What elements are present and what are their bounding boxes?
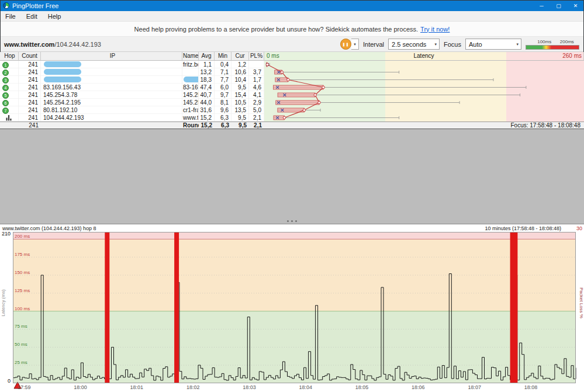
- close-button[interactable]: ✕: [567, 0, 584, 11]
- col-header-pl: PL%: [249, 52, 264, 61]
- redaction-blob: [44, 69, 81, 75]
- packet-loss-cell: 2,9: [249, 99, 264, 106]
- x-tick: 18:06: [412, 384, 425, 390]
- menu-item-edit[interactable]: Edit: [21, 12, 43, 20]
- min-cell: 8,1: [215, 99, 231, 106]
- ip-cell: 104.244.42.193: [41, 114, 182, 122]
- timeline-range[interactable]: 10 minutes (17:58:48 - 18:08:48): [485, 226, 561, 231]
- workspace-empty-area: [0, 129, 584, 224]
- col-header-min: Min: [215, 52, 231, 61]
- ip-cell: [41, 76, 182, 84]
- promo-text: Need help proving problems to a service …: [134, 26, 418, 33]
- splitter-handle[interactable]: [0, 218, 584, 224]
- hop-number-badge: 2: [2, 70, 9, 76]
- latency-scale-legend: 100ms 200ms: [526, 39, 579, 50]
- menu-item-help[interactable]: Help: [43, 12, 67, 20]
- ip-cell: 83.169.156.43: [41, 84, 182, 91]
- avg-cell: 40,7: [199, 91, 215, 99]
- avg-cell: 18,3: [199, 76, 215, 84]
- ip-cell: 145.254.2.195: [41, 99, 182, 106]
- table-row[interactable]: 7 241 80.81.192.10 cr1-fra 31,6 9,6 13,5…: [0, 106, 584, 114]
- cur-cell: 1,2: [231, 61, 249, 68]
- svg-text:175 ms: 175 ms: [15, 252, 30, 257]
- col-header-ip: IP: [41, 52, 182, 61]
- min-cell: 6,0: [215, 84, 231, 91]
- promo-link[interactable]: Try it now!: [420, 26, 450, 33]
- svg-text:50 ms: 50 ms: [15, 342, 27, 347]
- table-row[interactable]: 6 241 145.254.2.195 145.254.2.195 44,0 8…: [0, 99, 584, 106]
- hop-cell: 7: [0, 106, 19, 114]
- packet-loss-bar: [174, 232, 179, 383]
- table-row[interactable]: 5 241 145.254.3.78 145.254.3.78 40,7 9,7…: [0, 91, 584, 99]
- hop-number-badge: 5: [2, 92, 9, 99]
- min-cell: 7,1: [215, 68, 231, 76]
- summary-cur: 9,5: [231, 122, 249, 129]
- ip-cell: 145.254.3.78: [41, 91, 182, 99]
- table-row[interactable]: 1 241 fritz.box 1,1 0,4 1,2: [0, 61, 584, 68]
- svg-text:75 ms: 75 ms: [15, 324, 27, 329]
- count-cell: 241: [19, 114, 41, 122]
- interval-select[interactable]: 2.5 seconds ▾: [388, 39, 440, 50]
- summary-row: 241 Round 15,2 6,3 9,5 2,1 Focus: 17:58:…: [0, 122, 584, 129]
- cur-cell: 10,5: [231, 99, 249, 106]
- packet-loss-cell: [249, 61, 264, 68]
- chevron-down-icon: ▾: [354, 42, 356, 47]
- avg-cell: 44,0: [199, 99, 215, 106]
- timeline-panel: www.twitter.com (104.244.42.193) hop 8 1…: [0, 224, 584, 392]
- x-tick: 18:08: [524, 384, 538, 390]
- latency-cell: [264, 106, 584, 114]
- maximize-button[interactable]: ▢: [550, 0, 567, 11]
- latency-cell: [264, 68, 584, 76]
- app-window: PingPlotter Free ─ ▢ ✕ File Edit Help Ne…: [0, 0, 584, 392]
- interval-label: Interval: [363, 41, 384, 48]
- splitter-dot: [287, 220, 289, 222]
- legend-label-200ms: 200ms: [560, 39, 574, 44]
- hop-number-badge: 1: [2, 62, 9, 68]
- splitter-dot: [291, 220, 293, 222]
- count-cell: 241: [19, 76, 41, 84]
- x-tick: 18:00: [74, 384, 87, 390]
- x-tick: 17:59: [18, 384, 31, 390]
- menu-item-file[interactable]: File: [0, 12, 21, 20]
- latency-cell: [264, 61, 584, 68]
- zone-over-200ms: [13, 232, 576, 239]
- cur-cell: 10,6: [231, 68, 249, 76]
- min-cell: 9,7: [215, 91, 231, 99]
- name-cell: cr1-fra: [182, 106, 199, 114]
- timeline-title: www.twitter.com (104.244.42.193) hop 8: [2, 226, 96, 231]
- splitter-dot: [295, 220, 297, 222]
- table-row[interactable]: 2 241 13,2 7,1 10,6 3,7: [0, 68, 584, 76]
- latency-cell: [264, 91, 584, 99]
- table-row[interactable]: 8 241 104.244.42.193 www.twitter.com 15,…: [0, 114, 584, 122]
- x-tick: 18:04: [299, 384, 312, 390]
- focus-label: Focus: [444, 41, 461, 48]
- summary-avg: 15,2: [199, 122, 215, 129]
- cur-cell: 9,5: [231, 84, 249, 91]
- timeline-x-axis: 17:5918:0018:0118:0218:0318:0418:0518:06…: [0, 384, 584, 391]
- col-header-hop: Hop: [0, 52, 19, 61]
- table-row[interactable]: 4 241 83.169.156.43 83-169-156-43 47,4 6…: [0, 84, 584, 91]
- table-row[interactable]: 3 241 18,3 7,7 10,4 1,7: [0, 76, 584, 84]
- latency-axis-max: 210: [2, 231, 11, 237]
- packet-loss-cell: 4,6: [249, 84, 264, 91]
- x-tick: 18:03: [243, 384, 256, 390]
- packet-loss-max-label: 30: [569, 226, 582, 231]
- timeline-plot[interactable]: 25 ms50 ms75 ms100 ms125 ms150 ms175 ms2…: [13, 232, 576, 383]
- avg-cell: 13,2: [199, 68, 215, 76]
- focus-select[interactable]: Auto ▾: [465, 39, 521, 50]
- x-tick: 18:07: [468, 384, 481, 390]
- target-bar: www.twitter.com / 104.244.42.193 ❚❚ ▾ In…: [0, 37, 584, 52]
- pause-button[interactable]: ❚❚: [340, 39, 351, 50]
- hop-cell: 4: [0, 84, 19, 91]
- chevron-down-icon: ▾: [512, 42, 519, 47]
- svg-text:125 ms: 125 ms: [15, 288, 30, 293]
- pause-dropdown-button[interactable]: ▾: [351, 39, 359, 50]
- timeline-indicator-icon: [6, 115, 12, 121]
- packet-loss-axis-label: Packet Loss %: [579, 282, 584, 324]
- x-tick: 18:01: [130, 384, 144, 390]
- cur-cell: 13,5: [231, 106, 249, 114]
- cur-cell: 10,4: [231, 76, 249, 84]
- minimize-button[interactable]: ─: [533, 0, 550, 11]
- avg-cell: 15,2: [199, 114, 215, 122]
- interval-value: 2.5 seconds: [392, 41, 426, 48]
